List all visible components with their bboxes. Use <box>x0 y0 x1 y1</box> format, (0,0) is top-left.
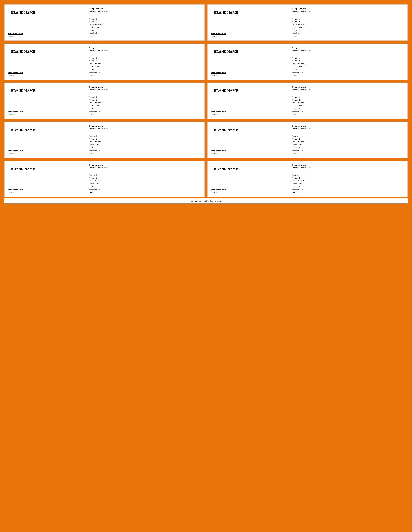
address-office-fax: Office Fax <box>292 146 404 149</box>
address-mobile: Mobile Phone <box>292 149 404 152</box>
card-content: BRAND NAME Your Name Here Job Title Comp… <box>211 8 404 38</box>
address-office-phone: Office Phone <box>89 143 201 146</box>
address-mobile: Mobile Phone <box>89 149 201 152</box>
address-line1: Address 1 <box>89 135 201 137</box>
company-name: Company name <box>89 125 201 127</box>
company-section: Company name Company Classification <box>292 164 404 169</box>
address-section: Address 1 Address 2 City State Zip Code … <box>292 130 404 155</box>
card-content: BRAND NAME Your Name Here Job Title Comp… <box>8 86 201 116</box>
person-name: Your Name Here <box>8 150 87 152</box>
company-name: Company name <box>89 47 201 49</box>
person-name: Your Name Here <box>8 71 87 74</box>
company-section: Company name Company Classification <box>89 125 201 130</box>
card-right: Company name Company Classification Addr… <box>89 125 201 155</box>
card-left: BRAND NAME Your Name Here Job Title <box>8 125 89 155</box>
address-email: E-Mail <box>292 152 404 155</box>
person-name: Your Name Here <box>8 110 87 113</box>
company-classification: Company Classification <box>89 166 201 169</box>
company-name: Company name <box>292 86 404 88</box>
company-section: Company name Company Classification <box>89 47 201 52</box>
card-content: BRAND NAME Your Name Here Job Title Comp… <box>211 47 404 77</box>
address-line1: Address 1 <box>89 18 201 20</box>
person-name: Your Name Here <box>211 71 290 74</box>
address-city: City State Zip Code <box>89 101 201 104</box>
company-name: Company name <box>89 8 201 10</box>
address-office-phone: Office Phone <box>292 65 404 68</box>
address-mobile: Mobile Phone <box>89 71 201 74</box>
address-city: City State Zip Code <box>89 140 201 143</box>
address-office-fax: Office Fax <box>89 107 201 110</box>
card-right: Company name Company Classification Addr… <box>292 47 404 77</box>
footer-bar: homeconstructionlocalexperts.com <box>4 199 408 203</box>
address-email: E-Mail <box>89 35 201 38</box>
address-office-phone: Office Phone <box>89 182 201 185</box>
card-left: BRAND NAME Your Name Here Job Title <box>8 164 89 194</box>
address-email: E-Mail <box>292 35 404 38</box>
person-name: Your Name Here <box>211 150 290 152</box>
address-office-phone: Office Phone <box>89 26 201 29</box>
company-section: Company name Company Classification <box>292 86 404 91</box>
job-title: Job Title <box>8 152 87 155</box>
address-line2: Address 2 <box>89 137 201 140</box>
address-city: City State Zip Code <box>292 140 404 143</box>
job-title: Job Title <box>211 35 290 38</box>
address-office-phone: Office Phone <box>292 26 404 29</box>
business-card: BRAND NAME Your Name Here Job Title Comp… <box>207 161 408 197</box>
job-title: Job Title <box>211 152 290 155</box>
address-line2: Address 2 <box>89 59 201 62</box>
card-right: Company name Company Classification Addr… <box>292 164 404 194</box>
card-left: BRAND NAME Your Name Here Job Title <box>8 8 89 38</box>
address-line1: Address 1 <box>292 57 404 59</box>
person-name: Your Name Here <box>211 110 290 113</box>
job-title: Job Title <box>211 191 290 194</box>
person-name: Your Name Here <box>211 32 290 35</box>
business-card: BRAND NAME Your Name Here Job Title Comp… <box>207 122 408 158</box>
address-email: E-Mail <box>89 191 201 194</box>
address-section: Address 1 Address 2 City State Zip Code … <box>292 13 404 38</box>
address-mobile: Mobile Phone <box>292 32 404 35</box>
card-right: Company name Company Classification Addr… <box>89 164 201 194</box>
address-office-fax: Office Fax <box>292 29 404 32</box>
person-name: Your Name Here <box>8 189 87 191</box>
address-section: Address 1 Address 2 City State Zip Code … <box>89 169 201 194</box>
address-mobile: Mobile Phone <box>89 188 201 191</box>
address-city: City State Zip Code <box>292 23 404 26</box>
address-mobile: Mobile Phone <box>292 71 404 74</box>
brand-name: BRAND NAME <box>214 88 238 93</box>
card-left: BRAND NAME Your Name Here Job Title <box>211 86 292 116</box>
brand-name: BRAND NAME <box>214 49 238 54</box>
address-mobile: Mobile Phone <box>89 110 201 113</box>
card-left: BRAND NAME Your Name Here Job Title <box>211 8 292 38</box>
business-card: BRAND NAME Your Name Here Job Title Comp… <box>207 4 408 41</box>
brand-name: BRAND NAME <box>11 88 35 93</box>
business-card: BRAND NAME Your Name Here Job Title Comp… <box>4 122 205 158</box>
address-email: E-Mail <box>292 113 404 116</box>
company-name: Company name <box>89 164 201 166</box>
business-card: BRAND NAME Your Name Here Job Title Comp… <box>4 83 205 119</box>
company-name: Company name <box>89 86 201 88</box>
address-city: City State Zip Code <box>292 101 404 104</box>
address-section: Address 1 Address 2 City State Zip Code … <box>89 130 201 155</box>
job-title: Job Title <box>8 113 87 116</box>
card-right: Company name Company Classification Addr… <box>292 8 404 38</box>
brand-name: BRAND NAME <box>214 10 238 15</box>
company-name: Company name <box>292 47 404 49</box>
address-email: E-Mail <box>89 113 201 116</box>
address-city: City State Zip Code <box>292 180 404 182</box>
address-line2: Address 2 <box>292 98 404 101</box>
business-card: BRAND NAME Your Name Here Job Title Comp… <box>4 161 205 197</box>
company-classification: Company Classification <box>89 49 201 52</box>
person-name: Your Name Here <box>211 189 290 191</box>
company-section: Company name Company Classification <box>292 125 404 130</box>
address-line2: Address 2 <box>89 20 201 23</box>
card-left: BRAND NAME Your Name Here Job Title <box>211 125 292 155</box>
address-office-phone: Office Phone <box>292 104 404 107</box>
card-right: Company name Company Classification Addr… <box>89 86 201 116</box>
address-email: E-Mail <box>292 191 404 194</box>
address-line2: Address 2 <box>292 20 404 23</box>
company-name: Company name <box>292 125 404 127</box>
address-city: City State Zip Code <box>89 180 201 182</box>
company-section: Company name Company Classification <box>89 8 201 13</box>
address-office-fax: Office Fax <box>292 68 404 71</box>
address-office-fax: Office Fax <box>89 68 201 71</box>
